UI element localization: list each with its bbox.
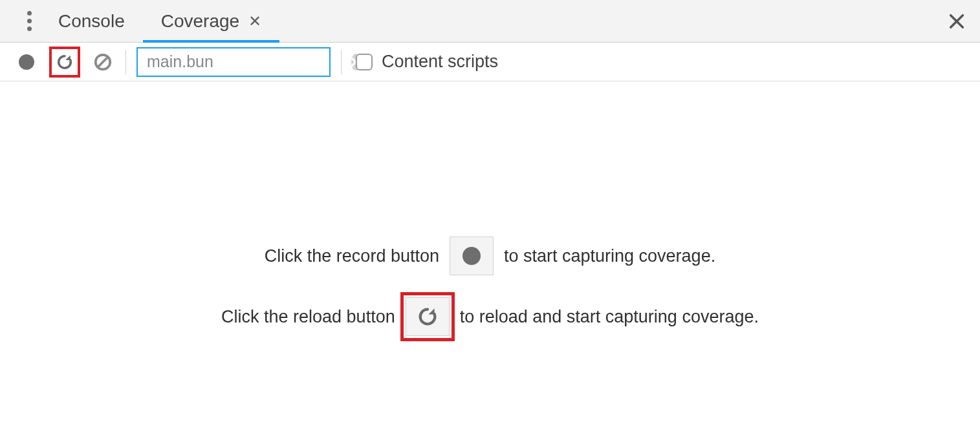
- url-filter-input[interactable]: [147, 52, 351, 71]
- record-icon: [463, 247, 481, 265]
- url-filter-field[interactable]: [136, 47, 331, 77]
- reload-icon: [417, 306, 439, 328]
- record-icon: [19, 54, 34, 70]
- inline-record-button[interactable]: [450, 237, 494, 275]
- content-scripts-checkbox[interactable]: [356, 54, 373, 70]
- coverage-empty-state: Click the record button to start capturi…: [0, 81, 980, 444]
- reload-button-highlight: [49, 47, 80, 78]
- hint-reload-row: Click the reload button to reload and st…: [221, 297, 759, 336]
- hint-record-row: Click the record button to start capturi…: [265, 237, 715, 275]
- ban-icon: [93, 52, 113, 72]
- tab-console[interactable]: Console: [40, 0, 143, 42]
- tab-strip: Console Coverage ✕: [0, 0, 980, 43]
- hint-text: Click the reload button: [221, 307, 395, 327]
- close-tab-icon[interactable]: ✕: [248, 12, 261, 30]
- close-panel-button[interactable]: [948, 12, 966, 30]
- toolbar-divider: [125, 50, 126, 74]
- tab-label: Coverage: [161, 11, 239, 32]
- toolbar-divider: [341, 50, 342, 74]
- hint-text: to start capturing coverage.: [504, 246, 715, 266]
- inline-reload-button[interactable]: [406, 297, 450, 336]
- reload-icon: [56, 53, 74, 71]
- reload-button[interactable]: [53, 50, 76, 74]
- more-menu-icon[interactable]: [18, 11, 40, 31]
- tab-label: Console: [58, 11, 125, 32]
- coverage-toolbar: Content scripts: [0, 43, 980, 81]
- record-button[interactable]: [14, 50, 39, 74]
- hint-text: Click the record button: [265, 246, 439, 266]
- clear-coverage-button[interactable]: [91, 50, 115, 74]
- hint-text: to reload and start capturing coverage.: [460, 307, 759, 327]
- content-scripts-label: Content scripts: [382, 52, 498, 72]
- tab-coverage[interactable]: Coverage ✕: [143, 0, 279, 42]
- svg-line-1: [98, 57, 108, 67]
